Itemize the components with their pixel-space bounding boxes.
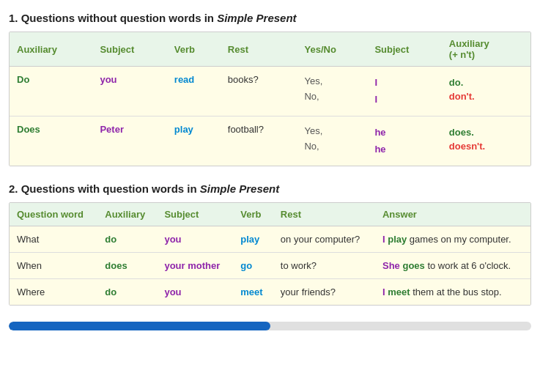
cell-t2-you1: you [157, 226, 233, 252]
cell-t2-friends: your friends? [273, 278, 375, 305]
cell-t2-computer: on your computer? [273, 226, 375, 252]
table-row: Where do you meet your friends? I meet t… [10, 278, 530, 305]
cell-aux2-2: does. doesn't. [442, 116, 530, 165]
th-verb: Verb [167, 32, 221, 67]
cell-t2-play: play [233, 226, 273, 252]
table-row: When does your mother go to work? She go… [10, 252, 530, 278]
table2-header-row: Question word Auxiliary Subject Verb Res… [10, 203, 530, 226]
answer3-suffix: them at the bus stop. [413, 286, 501, 297]
cell-football: football? [221, 116, 297, 165]
page-container: 1. Questions without question words in S… [0, 0, 540, 330]
table1: Auxiliary Subject Verb Rest Yes/No Subje… [10, 32, 530, 166]
th2-auxiliary: Auxiliary [97, 203, 157, 226]
th2-subject: Subject [157, 203, 233, 226]
th-subject: Subject [92, 32, 166, 67]
th-yesno: Yes/No [297, 32, 367, 67]
cell-yesno2: Yes,No, [297, 116, 367, 165]
answer2-subj: She [382, 260, 400, 271]
answer2-suffix: to work at 6 o'clock. [427, 260, 511, 271]
answer3-subj: I [382, 286, 385, 297]
answer1-subj: I [382, 234, 385, 245]
cell-you: you [92, 67, 166, 117]
cell-play: play [167, 116, 221, 165]
th-aux2: Auxiliary(+ n't) [442, 32, 530, 67]
table2: Question word Auxiliary Subject Verb Res… [10, 203, 530, 305]
cell-yesno1: Yes,No, [297, 67, 367, 117]
table2-wrap: Question word Auxiliary Subject Verb Res… [9, 202, 531, 306]
table1-wrap: Auxiliary Subject Verb Rest Yes/No Subje… [9, 32, 531, 166]
cell-answer1: I play games on my computer. [375, 226, 530, 252]
answer1-verb: play [388, 234, 407, 245]
th2-qword: Question word [10, 203, 97, 226]
cell-where: Where [10, 278, 97, 305]
cell-when: When [10, 252, 97, 278]
cell-aux2-1: do. don't. [442, 67, 530, 117]
section2-title: 2. Questions with question words in Simp… [9, 182, 531, 195]
cell-dont: don't. [449, 91, 475, 102]
answer1-suffix: games on my computer. [410, 234, 511, 245]
th2-answer: Answer [375, 203, 530, 226]
cell-t2-do1: do [97, 226, 157, 252]
cell-subj2-1: II [367, 67, 441, 117]
cell-t2-yourmother: your mother [157, 252, 233, 278]
cell-subj2-2: hehe [367, 116, 441, 165]
cell-answer2: She goes to work at 6 o'clock. [375, 252, 530, 278]
cell-t2-does: does [97, 252, 157, 278]
table-row: What do you play on your computer? I pla… [10, 226, 530, 252]
th-auxiliary: Auxiliary [10, 32, 92, 67]
th-subject2: Subject [367, 32, 441, 67]
section1-title: 1. Questions without question words in S… [9, 12, 531, 24]
table-row: Does Peter play football? Yes,No, hehe d… [10, 116, 530, 165]
cell-do-pos: do. [449, 77, 464, 88]
cell-does: Does [10, 116, 92, 165]
scrollbar-thumb[interactable] [9, 322, 270, 330]
cell-doesnt: doesn't. [449, 141, 485, 152]
cell-books: books? [221, 67, 297, 117]
cell-t2-you2: you [157, 278, 233, 305]
th2-verb: Verb [233, 203, 273, 226]
th2-rest: Rest [273, 203, 375, 226]
answer2-verb: goes [402, 260, 424, 271]
table1-header-row: Auxiliary Subject Verb Rest Yes/No Subje… [10, 32, 530, 67]
th-rest: Rest [221, 32, 297, 67]
cell-t2-do2: do [97, 278, 157, 305]
cell-do: Do [10, 67, 92, 117]
answer3-verb: meet [388, 286, 410, 297]
cell-t2-go: go [233, 252, 273, 278]
cell-answer3: I meet them at the bus stop. [375, 278, 530, 305]
cell-t2-towork: to work? [273, 252, 375, 278]
cell-t2-meet: meet [233, 278, 273, 305]
horizontal-scrollbar[interactable] [9, 322, 531, 330]
cell-peter: Peter [92, 116, 166, 165]
table-row: Do you read books? Yes,No, II do. don't. [10, 67, 530, 117]
cell-what: What [10, 226, 97, 252]
cell-read: read [167, 67, 221, 117]
cell-does-pos: does. [449, 127, 474, 138]
